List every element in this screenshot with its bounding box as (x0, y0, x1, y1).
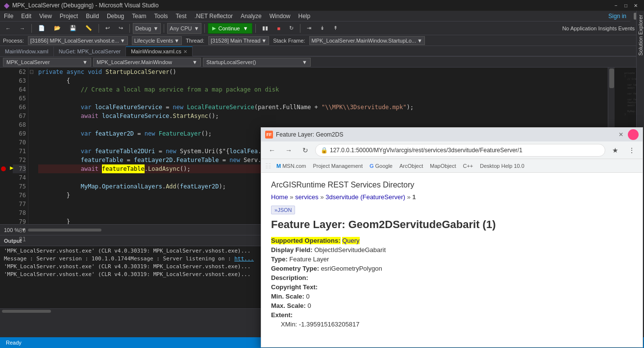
apps-icon: ☷ (265, 162, 272, 170)
menu-edit[interactable]: Edit (17, 11, 35, 22)
menu-debug[interactable]: Debug (103, 11, 128, 22)
vs-logo: ◆ (4, 1, 9, 9)
editor-nav: MPK_LocalServer ▼ MPK_LocalServer.MainWi… (0, 57, 644, 68)
menu-tools[interactable]: Tools (150, 11, 172, 22)
menu-test[interactable]: Test (172, 11, 191, 22)
json-button[interactable]: »JSON (271, 206, 295, 214)
bookmark-mapobject[interactable]: MapObject (428, 163, 458, 169)
breadcrumb-featureserver[interactable]: 3dservitude (FeatureServer) (325, 193, 405, 201)
menu-view[interactable]: View (35, 11, 56, 22)
menu-net-reflector[interactable]: .NET Reflector (191, 11, 237, 22)
code-line-65 (38, 94, 604, 103)
browser-reload-btn[interactable]: ↻ (298, 143, 312, 157)
tab-mainwindow-cs[interactable]: MainWindow.xaml.cs ✕ (126, 46, 193, 56)
menu-build[interactable]: Build (82, 11, 103, 22)
restart-btn[interactable]: ↻ (286, 23, 297, 34)
bookmark-msn[interactable]: M MSN.com (274, 163, 308, 169)
forward-btn[interactable]: → (16, 23, 28, 34)
lock-icon: 🔒 (321, 147, 328, 154)
bookmark-google[interactable]: G Google (368, 163, 395, 169)
dbg-62 (0, 68, 9, 76)
stop-btn[interactable]: ■ (273, 23, 284, 34)
bookmark-arcobject[interactable]: ArcObject (397, 163, 425, 169)
titlebar: ◆ MPK_LocalServer (Debugging) - Microsof… (0, 0, 644, 11)
close-button[interactable]: ✕ (631, 1, 640, 10)
save-btn[interactable]: 💾 (66, 23, 80, 34)
menu-analyze[interactable]: Analyze (237, 11, 266, 22)
browser-nav: ← → ↻ 🔒 127.0.0.1:50000/MYgVlv/arcgis/re… (261, 141, 643, 159)
stack-dropdown[interactable]: MPK_LocalServer.MainWindow.StartupLo... … (309, 36, 425, 45)
tab-mainwindow-xaml[interactable]: MainWindow.xaml (0, 46, 54, 56)
step-out-btn[interactable]: ↟ (330, 23, 341, 34)
sep5 (204, 24, 205, 33)
collapse-btn-62[interactable]: − (30, 68, 33, 76)
redo-btn[interactable]: ↪ (115, 23, 126, 34)
method-dropdown[interactable]: StartupLocalServer() ▼ (203, 58, 311, 67)
breadcrumb-home[interactable]: Home (271, 193, 288, 201)
save-all-btn[interactable]: 📏 (82, 23, 96, 34)
solution-explorer-tab[interactable]: Solution Explorer (637, 11, 644, 60)
step-over-btn[interactable]: ⇥ (303, 23, 315, 34)
dbg-75 (0, 182, 9, 191)
lifecycle-dropdown[interactable]: Lifecycle Events ▼ (132, 36, 182, 45)
dbg-63 (0, 76, 9, 85)
browser-menu-btn[interactable]: ⋮ (625, 143, 639, 157)
menu-project[interactable]: Project (56, 11, 82, 22)
toolbar: ← → 📄 📂 💾 📏 ↩ ↪ Debug ▼ Any CPU ▼ ▶ Cont… (0, 22, 644, 35)
sign-in-button[interactable]: Sign in (604, 11, 630, 22)
new-btn[interactable]: 📄 (35, 23, 49, 34)
code-line-63: { (38, 76, 604, 85)
collapse-icon[interactable]: − (30, 70, 33, 74)
browser-content[interactable]: ArcGISRuntime REST Services Directory Ho… (261, 173, 643, 347)
output-link[interactable]: htt... (234, 255, 254, 262)
browser-titlebar: FF Feature Layer: Geom2DS ✕ (261, 128, 643, 141)
browser-forward-btn[interactable]: → (282, 143, 296, 157)
titlebar-left: ◆ MPK_LocalServer (Debugging) - Microsof… (4, 1, 159, 9)
apps-icon-area: ☷ (265, 162, 272, 170)
xmin-label: XMin: (281, 321, 297, 328)
hscroll-thumb[interactable] (28, 229, 101, 232)
tab-nuget[interactable]: NuGet: MPK_LocalServer (54, 46, 126, 56)
browser-star-btn[interactable]: ★ (608, 143, 622, 157)
menu-help[interactable]: Help (294, 11, 314, 22)
menu-window[interactable]: Window (266, 11, 295, 22)
process-dropdown[interactable]: [31856] MPK_LocalServer.vshost.e... ▼ (28, 36, 128, 45)
scroll-thumb[interactable] (609, 69, 614, 88)
bookmark-desktop-help[interactable]: Desktop Help 10.0 (478, 163, 526, 169)
step-into-btn[interactable]: ↡ (317, 23, 328, 34)
bookmark-pm[interactable]: Project Management (311, 163, 365, 169)
back-btn[interactable]: ← (2, 23, 14, 34)
dbg-76 (0, 191, 9, 200)
menu-file[interactable]: File (0, 11, 17, 22)
tab-close-icon[interactable]: ✕ (183, 49, 187, 54)
breadcrumb-services[interactable]: services (295, 193, 319, 201)
processbar: Process: [31856] MPK_LocalServer.vshost.… (0, 35, 644, 46)
member-dropdown[interactable]: MPK_LocalServer.MainWindow ▼ (93, 58, 201, 67)
type-row: Type: Feature Layer (271, 255, 633, 263)
browser-back-btn[interactable]: ← (265, 143, 279, 157)
output-hscroll-thumb[interactable] (2, 310, 51, 313)
minimize-button[interactable]: − (612, 1, 620, 10)
max-scale-row: Max. Scale: 0 (271, 302, 633, 309)
class-dropdown[interactable]: MPK_LocalServer ▼ (3, 58, 91, 67)
browser-pin-btn[interactable] (628, 129, 639, 140)
bookmark-cpp[interactable]: C++ (461, 163, 475, 169)
continue-button[interactable]: ▶ Continue ▼ (208, 23, 252, 34)
maximize-button[interactable]: □ (621, 1, 630, 10)
undo-btn[interactable]: ↩ (102, 23, 113, 34)
ready-status[interactable]: Ready (4, 340, 24, 346)
thread-dropdown[interactable]: [31528] Main Thread ▼ (208, 36, 269, 45)
pause-btn[interactable]: ▮▮ (259, 23, 272, 34)
dbg-74 (0, 173, 9, 182)
query-link[interactable]: Query (342, 237, 359, 244)
platform-dropdown[interactable]: Any CPU ▼ (167, 23, 201, 34)
menu-team[interactable]: Team (128, 11, 150, 22)
browser-restore-btn[interactable]: ✕ (617, 131, 625, 139)
sep4 (164, 24, 164, 33)
dbg-71 (0, 147, 9, 156)
min-scale-row: Min. Scale: 0 (271, 293, 633, 300)
open-btn[interactable]: 📂 (50, 23, 64, 34)
address-bar[interactable]: 🔒 127.0.0.1:50000/MYgVlv/arcgis/rest/ser… (315, 144, 605, 157)
debug-mode-dropdown[interactable]: Debug ▼ (133, 23, 161, 34)
supported-ops-label: Supported Operations: (271, 237, 341, 244)
